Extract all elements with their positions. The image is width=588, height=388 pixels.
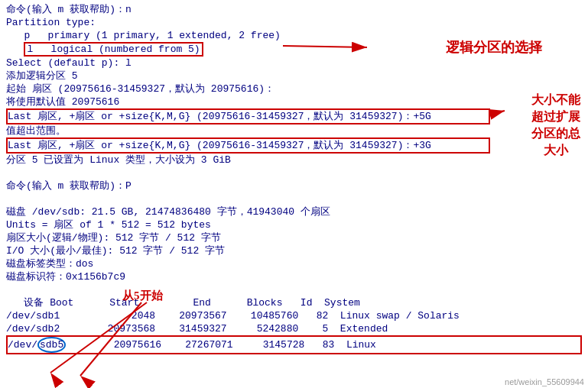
sdb5-circle: sdb5: [37, 337, 66, 353]
line-18: I/O 大小(最小/最佳): 512 字节 / 512 字节: [6, 244, 582, 257]
line-5: 添加逻辑分区 5: [6, 70, 582, 82]
row-sdb1: /dev/sdb1 2048 20973567 10485760 82 Linu…: [6, 309, 582, 322]
line-blank1: [6, 167, 582, 179]
line-13: 命令(输入 m 获取帮助)：P: [6, 179, 582, 192]
line-7: 将使用默认值 20975616: [6, 95, 582, 108]
line-4: Select (default p): l: [6, 57, 582, 70]
line-15: 磁盘 /dev/sdb: 21.5 GB, 21474836480 字节，419…: [6, 205, 582, 218]
line-17: 扇区大小(逻辑/物理): 512 字节 / 512 字节: [6, 231, 582, 244]
annotation-size: 大小不能超过扩展分区的总大小: [531, 92, 580, 159]
line-blank2: [6, 192, 582, 205]
line-8: Last 扇区, +扇区 or +size{K,M,G} (20975616-3…: [6, 108, 490, 124]
table-header: 设备 Boot Start End Blocks Id System: [6, 296, 582, 309]
annotation-logic: 逻辑分区的选择: [446, 38, 542, 57]
line-11: 分区 5 已设置为 Linux 类型，大小设为 3 GiB: [6, 154, 582, 167]
row-sdb2: /dev/sdb2 20973568 31459327 5242880 5 Ex…: [6, 322, 582, 335]
line-1: Partition type:: [6, 16, 582, 29]
row-sdb5: /dev/sdb5 20975616 27267071 3145728 83 L…: [6, 335, 582, 354]
line-blank3: [6, 283, 582, 296]
terminal: 命令(输入 m 获取帮助)：n Partition type: p primar…: [0, 0, 588, 388]
line-9: 值超出范围。: [6, 124, 582, 137]
logical-highlight: l logical (numbered from 5): [24, 42, 203, 57]
line-20: 磁盘标识符：0x1156b7c9: [6, 270, 582, 283]
line-10: Last 扇区, +扇区 or +size{K,M,G} (20975616-3…: [6, 137, 490, 154]
line-6: 起始 扇区 (20975616-31459327，默认为 20975616)：: [6, 82, 582, 95]
watermark: net/weixin_55609944: [505, 377, 584, 386]
annotation-start: 从5开始: [122, 289, 163, 303]
line-0: 命令(输入 m 获取帮助)：n: [6, 3, 582, 16]
line-16: Units = 扇区 of 1 * 512 = 512 bytes: [6, 218, 582, 231]
line-19: 磁盘标签类型：dos: [6, 257, 582, 270]
